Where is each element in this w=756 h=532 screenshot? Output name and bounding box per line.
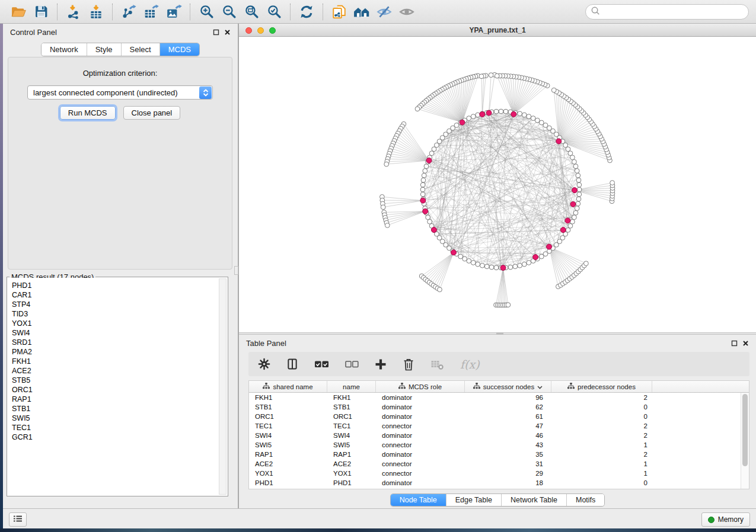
cell-shared-name: YOX1 <box>249 470 327 477</box>
mcds-result-item[interactable]: STP4 <box>12 300 218 309</box>
hierarchy-icon <box>567 383 575 390</box>
search-input[interactable] <box>604 8 744 16</box>
close-panel-icon[interactable] <box>742 340 749 347</box>
add-row-button[interactable] <box>375 358 387 370</box>
mcds-result-item[interactable]: SWI4 <box>12 328 218 338</box>
zoom-fit-button[interactable] <box>240 2 263 21</box>
column-header-name[interactable]: name <box>327 381 376 392</box>
divider-grip-icon[interactable] <box>234 266 238 275</box>
column-header-MCDS-role[interactable]: MCDS role <box>376 381 465 392</box>
table-row[interactable]: ACE2ACE2connector311 <box>249 459 741 469</box>
export-image-button[interactable] <box>162 2 185 21</box>
select-all-button[interactable] <box>314 360 329 368</box>
column-header-label: predecessor nodes <box>578 383 636 390</box>
zoom-out-button[interactable] <box>218 2 240 21</box>
export-network-icon <box>121 4 136 20</box>
maximize-window-traffic-light[interactable] <box>269 27 276 34</box>
graph-leaf-nodes[interactable] <box>380 72 615 307</box>
table-row[interactable]: ORC1ORC1dominator610 <box>249 412 741 421</box>
float-panel-icon[interactable] <box>731 340 738 347</box>
memory-button[interactable]: Memory <box>701 512 750 527</box>
cell-shared-name: RAP1 <box>249 451 327 458</box>
mcds-result-item[interactable]: PHD1 <box>12 281 218 290</box>
mcds-result-item[interactable]: SWI5 <box>12 414 218 423</box>
close-panel-icon[interactable] <box>224 29 231 36</box>
criterion-dropdown[interactable]: largest connected component (undirected) <box>27 85 213 100</box>
table-row[interactable]: PHD1PHD1dominator180 <box>249 478 741 488</box>
zoom-in-button[interactable] <box>195 2 218 21</box>
first-neighbors-icon <box>353 5 370 19</box>
mcds-result-item[interactable]: PMA2 <box>12 347 218 357</box>
mcds-result-item[interactable]: STB1 <box>12 404 218 414</box>
cell-shared-name: TEC1 <box>249 422 327 430</box>
task-history-button[interactable] <box>9 512 27 527</box>
clone-network-button[interactable] <box>328 2 350 21</box>
tab-style[interactable]: Style <box>87 43 121 56</box>
show-all-button[interactable] <box>395 2 418 21</box>
mcds-result-item[interactable]: STB5 <box>12 376 218 385</box>
first-neighbors-button[interactable] <box>350 2 373 21</box>
cell-name: ORC1 <box>327 413 376 420</box>
tab-select[interactable]: Select <box>121 43 160 56</box>
settings-button[interactable] <box>258 358 270 370</box>
cell-MCDS-role: connector <box>376 441 465 448</box>
cell-successor-nodes: 35 <box>465 451 551 458</box>
network-graph[interactable] <box>239 37 756 332</box>
control-panel-tabs: NetworkStyleSelectMCDS <box>3 43 238 56</box>
tab-mcds[interactable]: MCDS <box>160 43 199 56</box>
mcds-result-item[interactable]: CAR1 <box>12 290 218 300</box>
network-window: YPA_prune.txt_1 <box>239 24 756 332</box>
mcds-result-item[interactable]: ACE2 <box>12 366 218 376</box>
refresh-view-button[interactable] <box>295 2 318 21</box>
delete-row-button[interactable] <box>403 358 414 371</box>
search-box <box>585 4 749 20</box>
open-file-icon <box>11 5 27 19</box>
column-header-successor-nodes[interactable]: successor nodes <box>465 381 551 392</box>
import-network-button[interactable] <box>62 2 85 21</box>
cell-predecessor-nodes: 1 <box>551 470 652 477</box>
mcds-result-item[interactable]: GCR1 <box>12 432 218 442</box>
table-row[interactable]: TEC1TEC1connector472 <box>249 421 741 431</box>
run-mcds-button[interactable]: Run MCDS <box>60 106 116 120</box>
columns-button[interactable] <box>286 358 298 370</box>
close-window-traffic-light[interactable] <box>245 27 252 34</box>
mcds-result-item[interactable]: FKH1 <box>12 357 218 366</box>
table-panel-title: Table Panel <box>246 339 286 348</box>
tab-motifs[interactable]: Motifs <box>566 494 604 506</box>
tab-network-table[interactable]: Network Table <box>501 494 566 506</box>
cell-shared-name: FKH1 <box>249 394 327 401</box>
tab-edge-table[interactable]: Edge Table <box>446 494 501 506</box>
float-panel-icon[interactable] <box>213 29 219 36</box>
save-session-button[interactable] <box>30 2 52 21</box>
column-header-predecessor-nodes[interactable]: predecessor nodes <box>551 381 652 392</box>
mcds-result-item[interactable]: RAP1 <box>12 395 218 404</box>
mcds-result-item[interactable]: YOX1 <box>12 319 218 328</box>
export-table-button[interactable] <box>140 2 162 21</box>
import-table-button[interactable] <box>85 2 107 21</box>
table-row[interactable]: SWI4SWI4dominator462 <box>249 431 741 440</box>
mcds-result-item[interactable]: SRD1 <box>12 338 218 347</box>
table-row[interactable]: FKH1FKH1dominator962 <box>249 393 741 402</box>
hide-selected-button[interactable] <box>373 2 395 21</box>
mcds-result-item[interactable]: TEC1 <box>12 423 218 432</box>
network-canvas[interactable] <box>239 37 756 332</box>
mcds-result-item[interactable]: ORC1 <box>12 385 218 395</box>
column-header-shared-name[interactable]: shared name <box>249 381 327 392</box>
minimize-window-traffic-light[interactable] <box>257 27 264 34</box>
close-panel-button[interactable]: Close panel <box>123 106 181 120</box>
table-row[interactable]: SWI5SWI5connector431 <box>249 440 741 450</box>
open-file-button[interactable] <box>7 2 30 21</box>
export-network-button[interactable] <box>117 2 140 21</box>
table-row[interactable]: STB1STB1dominator620 <box>249 402 741 412</box>
tab-network[interactable]: Network <box>42 43 87 56</box>
mcds-result-scrollbar[interactable] <box>219 278 227 495</box>
table-scrollbar-thumb[interactable] <box>742 394 748 466</box>
mcds-panel: Optimization criterion: largest connecte… <box>8 57 232 270</box>
deselect-all-button[interactable] <box>345 361 359 368</box>
table-row[interactable]: YOX1YOX1connector291 <box>249 469 741 478</box>
mcds-result-item[interactable]: TID3 <box>12 309 218 319</box>
table-row[interactable]: RAP1RAP1dominator352 <box>249 450 741 459</box>
zoom-selected-button[interactable] <box>263 2 285 21</box>
main-toolbar <box>0 0 756 24</box>
tab-node-table[interactable]: Node Table <box>391 494 446 506</box>
